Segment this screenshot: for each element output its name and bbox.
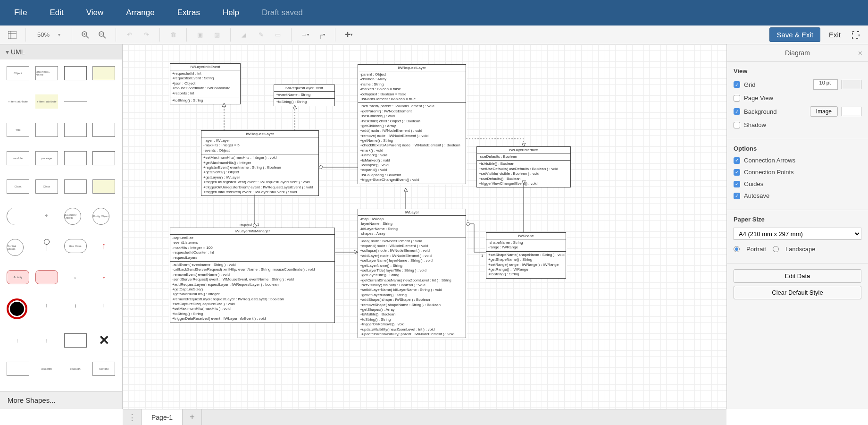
- shape-pin[interactable]: ●│: [92, 239, 115, 253]
- redo-icon[interactable]: ↷: [140, 28, 153, 42]
- shape-attr[interactable]: + item: attribute: [7, 94, 29, 109]
- shape-bar1[interactable]: │: [35, 298, 58, 313]
- zoom-select[interactable]: 50%▾: [33, 29, 65, 41]
- image-button[interactable]: Image: [810, 106, 838, 117]
- conn-points-checkbox[interactable]: [734, 169, 740, 176]
- menu-arrange[interactable]: Arrange: [126, 8, 154, 17]
- shape-class2[interactable]: Class: [35, 179, 58, 194]
- grid-size-input[interactable]: 10 pt: [813, 79, 838, 90]
- shape-classf[interactable]: [92, 179, 115, 194]
- uml-class-layerinfomanager[interactable]: IWLayerInfoManager -captureSize -eventLi…: [170, 228, 335, 323]
- shape-module[interactable]: module: [7, 151, 29, 165]
- uml-class-requestlayer2[interactable]: IWRequestLayer -parent : Object -childre…: [358, 64, 466, 184]
- diagram-canvas[interactable]: IWLayerInfoEvent +requestedid : int +req…: [123, 44, 726, 409]
- shape-class4[interactable]: [92, 66, 115, 80]
- autosave-checkbox[interactable]: [734, 193, 740, 199]
- tofront-icon[interactable]: ▣: [193, 28, 207, 42]
- uml-class-requestlayerevent[interactable]: IWRequestLayerEvent +eventName : String …: [274, 85, 335, 106]
- zoom-in-icon[interactable]: [79, 28, 92, 42]
- menu-view[interactable]: View: [86, 8, 104, 17]
- landscape-radio[interactable]: [773, 246, 779, 252]
- shape-attr2[interactable]: + item: attribute: [35, 94, 58, 109]
- shape-bar3[interactable]: │: [92, 298, 115, 313]
- conn-arrows-checkbox[interactable]: [734, 157, 740, 164]
- sidebar-header[interactable]: UML: [0, 44, 122, 60]
- shape-bar2[interactable]: ┃: [64, 298, 87, 313]
- shape-comp2[interactable]: [64, 123, 87, 137]
- uml-class-requestlayer[interactable]: IWRequestLayer -layer : IWLayer -maxHits…: [201, 130, 319, 196]
- more-shapes-button[interactable]: More Shapes...: [0, 391, 122, 409]
- edit-data-button[interactable]: Edit Data: [734, 269, 861, 283]
- shape-destroy[interactable]: ✕: [92, 333, 115, 348]
- uml-class-layerinfoevent[interactable]: IWLayerInfoEvent +requestedid : int +req…: [170, 63, 241, 104]
- shape-divider[interactable]: [64, 102, 87, 102]
- uml-class-layerinterface[interactable]: IWLayerInterface -useDefaults : Boolean …: [476, 146, 571, 187]
- shape-classb[interactable]: [64, 179, 87, 194]
- shape-usecase[interactable]: Use Case: [64, 239, 87, 253]
- bg-color-swatch[interactable]: [842, 107, 861, 116]
- shape-spacer[interactable]: [92, 94, 115, 109]
- shape-socket[interactable]: ◐: [35, 208, 58, 222]
- exit-button[interactable]: Exit: [824, 28, 845, 42]
- shape-entity[interactable]: Entity Object: [92, 208, 109, 225]
- portrait-radio[interactable]: [734, 246, 740, 252]
- shadow-icon[interactable]: ▭: [271, 28, 284, 42]
- shape-fork[interactable]: ┬: [92, 270, 115, 284]
- shape-decision[interactable]: ◇: [64, 270, 87, 284]
- shape-dispatch2[interactable]: dispatch: [64, 362, 87, 376]
- grid-color-swatch[interactable]: [842, 80, 861, 89]
- shape-v2[interactable]: ┊: [35, 333, 58, 348]
- shape-activity[interactable]: Activity: [7, 270, 29, 284]
- grid-checkbox[interactable]: [734, 81, 740, 88]
- connector-straight-icon[interactable]: →▾: [298, 28, 311, 42]
- paper-size-select[interactable]: A4 (210 mm x 297 mm): [734, 228, 861, 240]
- shape-v1[interactable]: ┊: [7, 333, 29, 348]
- add-page-icon[interactable]: +: [183, 409, 202, 425]
- menu-help[interactable]: Help: [223, 8, 239, 17]
- shape-final[interactable]: [7, 298, 27, 319]
- shape-control[interactable]: Control Object: [7, 239, 24, 256]
- pages-menu-icon[interactable]: ⋮: [123, 409, 142, 425]
- background-checkbox[interactable]: [734, 108, 740, 115]
- shape-actor[interactable]: [35, 239, 58, 253]
- fill-icon[interactable]: ◢: [237, 28, 250, 42]
- shape-activity2[interactable]: [35, 270, 58, 284]
- uml-class-shape[interactable]: IWShape -shapeName : String -range : IWR…: [486, 232, 566, 279]
- line-icon[interactable]: ✎: [254, 28, 267, 42]
- shape-comp1[interactable]: [35, 123, 58, 137]
- uml-class-layer[interactable]: IWLayer -map : IWMap -layerName : String…: [358, 209, 466, 338]
- delete-icon[interactable]: 🗑: [167, 28, 180, 42]
- undo-icon[interactable]: ↶: [123, 28, 136, 42]
- menu-edit[interactable]: Edit: [50, 8, 63, 17]
- pageview-checkbox[interactable]: [734, 95, 740, 102]
- shape-note[interactable]: [7, 362, 29, 376]
- shape-dispatch[interactable]: dispatch: [35, 362, 58, 376]
- shape-interface[interactable]: «interface» Name: [35, 66, 58, 80]
- shape-pkg2[interactable]: [64, 151, 87, 165]
- connector-ortho-icon[interactable]: ┌▾: [315, 28, 328, 42]
- shape-boundary[interactable]: Boundary Object: [64, 208, 81, 225]
- shape-selfcall[interactable]: self call: [92, 362, 115, 376]
- shape-pkg3[interactable]: [92, 151, 115, 165]
- close-icon[interactable]: ×: [858, 49, 862, 58]
- save-exit-button[interactable]: Save & Exit: [769, 27, 820, 42]
- page-tab-1[interactable]: Page-1: [142, 409, 183, 425]
- add-icon[interactable]: +▾: [342, 28, 355, 42]
- shape-lollipop[interactable]: [7, 208, 24, 225]
- shape-title[interactable]: Title: [7, 123, 29, 137]
- menu-file[interactable]: File: [14, 8, 27, 17]
- menu-extras[interactable]: Extras: [177, 8, 200, 17]
- zoom-out-icon[interactable]: [96, 28, 109, 42]
- shape-comp3[interactable]: [92, 123, 115, 137]
- fullscreen-icon[interactable]: [849, 28, 862, 42]
- shape-frame[interactable]: [64, 333, 87, 348]
- shadow-checkbox[interactable]: [734, 122, 740, 128]
- sidebar-toggle-icon[interactable]: [6, 28, 19, 42]
- shape-class3[interactable]: [64, 66, 87, 80]
- shape-class[interactable]: Class: [7, 179, 29, 194]
- shape-object[interactable]: Object: [7, 66, 29, 80]
- guides-checkbox[interactable]: [734, 181, 740, 187]
- shape-package[interactable]: package: [35, 151, 58, 165]
- clear-default-button[interactable]: Clear Default Style: [734, 286, 861, 299]
- toback-icon[interactable]: ▨: [210, 28, 224, 42]
